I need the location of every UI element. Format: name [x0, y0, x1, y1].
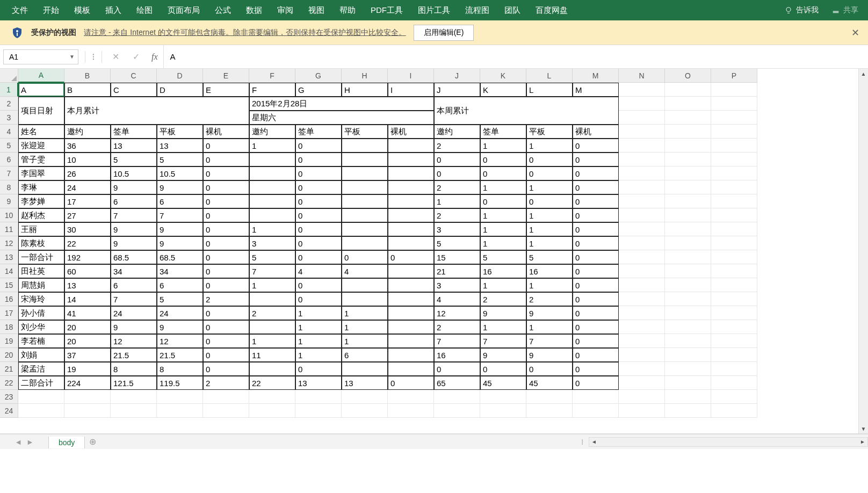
- row-head-20[interactable]: 20: [0, 348, 18, 362]
- cell-J24[interactable]: [434, 404, 480, 418]
- cell-O5[interactable]: [665, 139, 711, 153]
- cell-N9[interactable]: [619, 194, 665, 208]
- cell-L17[interactable]: 9: [526, 306, 573, 320]
- cell-G23[interactable]: [295, 390, 342, 404]
- cell-J9[interactable]: 1: [434, 194, 480, 208]
- cell-B10[interactable]: 27: [64, 208, 111, 222]
- cell-B19[interactable]: 20: [64, 334, 111, 348]
- cell-L9[interactable]: 0: [526, 194, 573, 208]
- cell-H5[interactable]: [342, 139, 388, 153]
- cell-F1[interactable]: F: [249, 83, 295, 97]
- cell-G7[interactable]: 0: [295, 166, 342, 180]
- tell-me[interactable]: 告诉我: [777, 5, 826, 15]
- cell-B7[interactable]: 26: [64, 166, 111, 180]
- cell-F18[interactable]: [249, 320, 295, 334]
- cell-A16[interactable]: 宋海玲: [18, 292, 64, 306]
- cell-K19[interactable]: 7: [480, 334, 526, 348]
- row-head-4[interactable]: 4: [0, 125, 18, 139]
- cell-D12[interactable]: 9: [157, 236, 203, 250]
- ribbon-tab-2[interactable]: 模板: [67, 0, 98, 20]
- cell-K17[interactable]: 9: [480, 306, 526, 320]
- cell-M11[interactable]: 0: [573, 222, 619, 236]
- row-head-9[interactable]: 9: [0, 194, 18, 208]
- vertical-scrollbar[interactable]: ▲ ▼: [858, 69, 868, 433]
- cell-P9[interactable]: [711, 194, 757, 208]
- col-head-C[interactable]: C: [111, 69, 157, 83]
- cell-G6[interactable]: 0: [295, 153, 342, 166]
- cell-C6[interactable]: 5: [111, 153, 157, 166]
- cell-F15[interactable]: 1: [249, 278, 295, 292]
- sheet-nav[interactable]: ◄ ►: [0, 438, 48, 446]
- cell-C14[interactable]: 34: [111, 264, 157, 278]
- cell-M10[interactable]: 0: [573, 208, 619, 222]
- cell-E9[interactable]: 0: [203, 194, 249, 208]
- col-head-M[interactable]: M: [573, 69, 619, 83]
- cell-H1[interactable]: H: [342, 83, 388, 97]
- col-head-J[interactable]: J: [434, 69, 480, 83]
- cell-K4[interactable]: 签单: [480, 125, 526, 139]
- cell-C9[interactable]: 6: [111, 194, 157, 208]
- ribbon-tab-6[interactable]: 公式: [207, 0, 238, 20]
- cell-I8[interactable]: [388, 180, 434, 194]
- col-head-G[interactable]: G: [295, 69, 342, 83]
- cell-E18[interactable]: 0: [203, 320, 249, 334]
- ribbon-tab-7[interactable]: 数据: [238, 0, 270, 20]
- cell-D20[interactable]: 21.5: [157, 348, 203, 362]
- cell-C12[interactable]: 9: [111, 236, 157, 250]
- cell-D10[interactable]: 7: [157, 208, 203, 222]
- ribbon-tab-3[interactable]: 插入: [98, 0, 129, 20]
- cell-E10[interactable]: 0: [203, 208, 249, 222]
- cell-O20[interactable]: [665, 348, 711, 362]
- cell-C5[interactable]: 13: [111, 139, 157, 153]
- cell-H13[interactable]: 0: [342, 250, 388, 264]
- cell-H18[interactable]: 1: [342, 320, 388, 334]
- cell-G15[interactable]: 0: [295, 278, 342, 292]
- cell-L1[interactable]: L: [526, 83, 573, 97]
- share-button[interactable]: 共享: [826, 5, 864, 15]
- cell-H4[interactable]: 平板: [342, 125, 388, 139]
- cell-O22[interactable]: [665, 376, 711, 390]
- cell-N8[interactable]: [619, 180, 665, 194]
- cell-P5[interactable]: [711, 139, 757, 153]
- cell-N11[interactable]: [619, 222, 665, 236]
- cell-O7[interactable]: [665, 166, 711, 180]
- cell-B8[interactable]: 24: [64, 180, 111, 194]
- cell-F8[interactable]: [249, 180, 295, 194]
- cell-J17[interactable]: 12: [434, 306, 480, 320]
- cell-D11[interactable]: 9: [157, 222, 203, 236]
- cell-I16[interactable]: [388, 292, 434, 306]
- cell-A19[interactable]: 李若楠: [18, 334, 64, 348]
- cell-H8[interactable]: [342, 180, 388, 194]
- cell-A9[interactable]: 李梦婵: [18, 194, 64, 208]
- cell-P14[interactable]: [711, 264, 757, 278]
- cell-K9[interactable]: 0: [480, 194, 526, 208]
- cell-H9[interactable]: [342, 194, 388, 208]
- cell-H10[interactable]: [342, 208, 388, 222]
- cell-D1[interactable]: D: [157, 83, 203, 97]
- cell-N5[interactable]: [619, 139, 665, 153]
- cell-D17[interactable]: 24: [157, 306, 203, 320]
- cell-G9[interactable]: 0: [295, 194, 342, 208]
- row-head-6[interactable]: 6: [0, 153, 18, 166]
- cell-K21[interactable]: 0: [480, 362, 526, 376]
- cell-M8[interactable]: 0: [573, 180, 619, 194]
- cell-N14[interactable]: [619, 264, 665, 278]
- cell-L24[interactable]: [526, 404, 573, 418]
- cell-F11[interactable]: 1: [249, 222, 295, 236]
- cell-M15[interactable]: 0: [573, 278, 619, 292]
- cell-N21[interactable]: [619, 362, 665, 376]
- col-head-F[interactable]: F: [249, 69, 295, 83]
- cell-L7[interactable]: 0: [526, 166, 573, 180]
- ribbon-tab-5[interactable]: 页面布局: [160, 0, 207, 20]
- cell-F23[interactable]: [249, 390, 295, 404]
- cell-C22[interactable]: 121.5: [111, 376, 157, 390]
- cell-C13[interactable]: 68.5: [111, 250, 157, 264]
- cell-A20[interactable]: 刘娟: [18, 348, 64, 362]
- cell-G1[interactable]: G: [295, 83, 342, 97]
- cell-I15[interactable]: [388, 278, 434, 292]
- cell-E8[interactable]: 0: [203, 180, 249, 194]
- cell-B5[interactable]: 36: [64, 139, 111, 153]
- cell-E6[interactable]: 0: [203, 153, 249, 166]
- cell-P8[interactable]: [711, 180, 757, 194]
- cell-B9[interactable]: 17: [64, 194, 111, 208]
